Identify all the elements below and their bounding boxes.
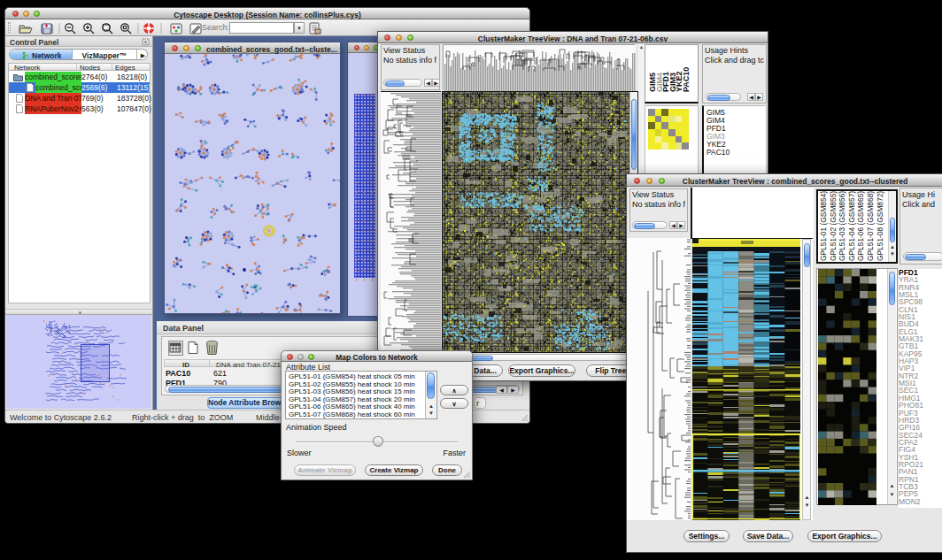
svg-text:GPL51-07 (GSM868): GPL51-07 (GSM868) [866, 191, 875, 261]
svg-text:PAC10: PAC10 [682, 67, 691, 92]
svg-text:GPL51-01 (GSM854): GPL51-01 (GSM854) [819, 191, 828, 261]
svg-text:GPL51-02 (GSM855): GPL51-02 (GSM855) [829, 191, 838, 261]
svg-text:GPL51-08 (GSM872): GPL51-08 (GSM872) [876, 191, 884, 261]
svg-text:GPL51-06 (GSM865): GPL51-06 (GSM865) [856, 191, 865, 261]
svg-text:GPL51-03 (GSM856): GPL51-03 (GSM856) [838, 191, 846, 261]
svg-text:GPL51-04 (GSM857): GPL51-04 (GSM857) [847, 191, 856, 261]
